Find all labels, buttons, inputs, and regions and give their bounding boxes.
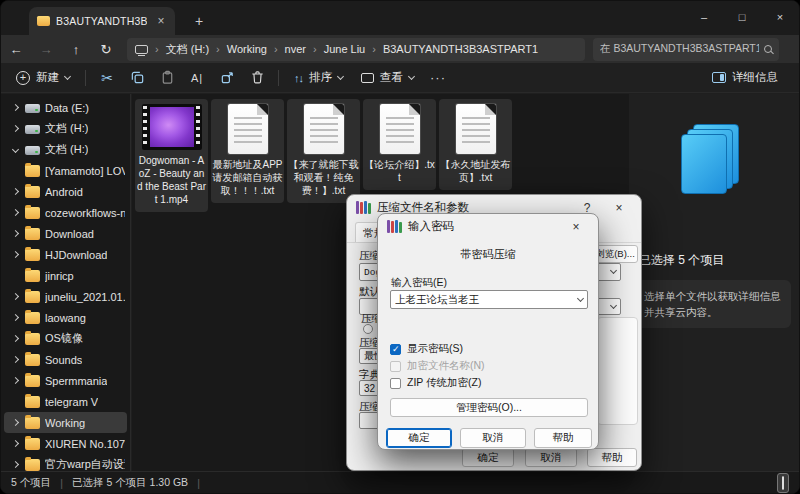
expand-chevron-icon[interactable] <box>12 314 19 321</box>
paste-button[interactable] <box>152 65 182 91</box>
sidebar-item[interactable]: [Yamamoto] LOV <box>4 160 127 181</box>
checkbox-label: 加密文件名称(N) <box>407 359 485 373</box>
sidebar-item[interactable]: Sounds <box>4 349 127 370</box>
details-hint: 选择单个文件以获取详细信息并共享云内容。 <box>635 280 791 328</box>
maximize-button[interactable]: □ <box>723 1 761 33</box>
expand-chevron-icon[interactable] <box>12 335 19 342</box>
search-icon[interactable] <box>764 45 772 53</box>
sidebar-item[interactable]: XIUREN No.1078 <box>4 433 127 454</box>
expand-chevron-icon[interactable] <box>12 377 19 384</box>
delete-button[interactable] <box>242 65 272 91</box>
breadcrumb-item[interactable]: › B3AUTYANDTH3B3ASTPART1 <box>372 43 538 55</box>
sidebar-item[interactable]: Data (E:) <box>4 97 127 118</box>
expand-chevron-icon[interactable] <box>12 125 19 132</box>
password-dialog-titlebar[interactable]: 输入密码 × <box>378 214 598 239</box>
close-icon[interactable]: × <box>563 220 589 234</box>
sidebar-item[interactable]: jinricp <box>4 265 127 286</box>
sidebar-item[interactable]: laowang <box>4 307 127 328</box>
close-button[interactable]: × <box>761 1 799 33</box>
password-ok-button[interactable]: 确定 <box>386 428 452 448</box>
expand-chevron-icon[interactable] <box>12 251 19 258</box>
cut-button[interactable]: ✂ <box>92 65 122 91</box>
drive-icon <box>25 146 40 155</box>
sidebar-item[interactable]: Spermmania <box>4 370 127 391</box>
option-checkbox[interactable]: ZIP 传统加密(Z) <box>390 375 485 391</box>
sidebar-item[interactable]: Working <box>4 412 127 433</box>
password-cancel-button[interactable]: 取消 <box>460 428 526 448</box>
sidebar-item[interactable]: Android <box>4 181 127 202</box>
breadcrumb-item[interactable]: › 文档 (H:) <box>155 42 209 57</box>
breadcrumb[interactable]: › 文档 (H:) › Working › nver › <box>127 38 585 61</box>
password-help-button[interactable]: 帮助 <box>534 428 592 448</box>
expand-chevron-icon[interactable] <box>12 188 19 195</box>
sort-button[interactable]: ↑↓ 排序 <box>285 65 352 91</box>
breadcrumb-item[interactable]: › nver <box>274 43 306 55</box>
thumbnail-view-button[interactable] <box>777 473 789 493</box>
view-button[interactable]: 查看 <box>352 65 423 91</box>
checkbox-icon[interactable] <box>390 361 401 372</box>
option-checkbox[interactable]: 加密文件名称(N) <box>390 358 485 374</box>
expand-chevron-icon[interactable] <box>12 104 19 111</box>
explorer-tab[interactable]: B3AUTYANDTH3B3ASTPART1 × <box>29 7 175 35</box>
chevron-down-icon[interactable] <box>610 301 617 308</box>
sidebar-item[interactable]: OS镜像 <box>4 328 127 349</box>
tab-close-icon[interactable]: × <box>153 14 169 28</box>
back-button[interactable]: ← <box>1 42 31 57</box>
chevron-down-icon[interactable] <box>577 294 584 301</box>
file-tile[interactable]: 【来了就能下载和观看！纯免费！】.txt <box>287 99 360 203</box>
share-button[interactable] <box>212 65 242 91</box>
sidebar-item[interactable]: 官方warp自动设置 <box>4 454 127 471</box>
details-view-button[interactable] <box>763 480 771 486</box>
sidebar-item[interactable]: juneliu_2021.01.0 <box>4 286 127 307</box>
more-options-button[interactable]: ··· <box>423 65 453 91</box>
search-input[interactable]: 在 B3AUTYANDTH3B3ASTPART1 中搜索 <box>600 42 759 56</box>
chevron-down-icon[interactable] <box>610 267 617 274</box>
new-button[interactable]: + 新建 <box>7 65 79 91</box>
file-tile[interactable]: Dogwoman - AoZ - Beauty and the Beast Pa… <box>135 99 208 212</box>
breadcrumb-item[interactable]: › June Liu <box>313 43 365 55</box>
expand-chevron-icon[interactable] <box>12 209 19 216</box>
up-button[interactable]: ↑ <box>61 42 91 57</box>
sidebar-item[interactable]: cozeworkflows-n <box>4 202 127 223</box>
expand-chevron-icon[interactable] <box>12 440 19 447</box>
drive-icon <box>25 125 40 134</box>
manage-passwords-button[interactable]: 管理密码(O)... <box>390 398 588 417</box>
breadcrumb-item[interactable]: › Working <box>216 43 267 55</box>
expand-chevron-icon[interactable] <box>12 356 19 363</box>
sidebar-item[interactable]: 文档 (H:) <box>4 118 127 139</box>
expand-chevron-icon[interactable] <box>12 293 19 300</box>
password-dialog-title: 输入密码 <box>408 219 454 234</box>
details-pane-toggle[interactable]: 详细信息 <box>703 65 787 91</box>
expand-chevron-icon[interactable] <box>12 461 19 468</box>
forward-button[interactable]: → <box>31 42 61 57</box>
expand-chevron-icon[interactable] <box>12 230 19 237</box>
explorer-window: B3AUTYANDTH3B3ASTPART1 × + – □ × ← → ↑ ↻… <box>0 0 800 494</box>
this-pc-icon[interactable] <box>135 45 148 54</box>
rename-button[interactable]: A| <box>182 65 212 91</box>
expand-chevron-icon[interactable] <box>12 146 19 153</box>
sidebar-item[interactable]: 文档 (H:) <box>4 139 127 160</box>
file-tile[interactable]: 【永久地址发布页】.txt <box>439 99 512 190</box>
checkbox-icon[interactable] <box>390 378 401 389</box>
refresh-button[interactable]: ↻ <box>91 42 121 57</box>
sidebar-item[interactable]: telegram V <box>4 391 127 412</box>
expand-chevron-icon[interactable] <box>12 419 19 426</box>
sidebar-item[interactable]: HJDownload <box>4 244 127 265</box>
checkbox-icon[interactable] <box>390 344 401 355</box>
file-tile[interactable]: 【论坛介绍】.txt <box>363 99 436 190</box>
close-icon[interactable]: × <box>606 201 632 215</box>
sidebar-item-label: XIUREN No.1078 <box>45 438 125 450</box>
file-tile[interactable]: 最新地址及APP请发邮箱自动获取！！！.txt <box>211 99 284 203</box>
new-tab-button[interactable]: + <box>189 13 209 29</box>
sidebar-item[interactable]: Download <box>4 223 127 244</box>
copy-button[interactable] <box>122 65 152 91</box>
password-input[interactable]: 上老王论坛当老王 <box>390 290 588 309</box>
rar-help-button[interactable]: 帮助 <box>587 448 637 467</box>
search-box[interactable]: 在 B3AUTYANDTH3B3ASTPART1 中搜索 <box>593 38 779 61</box>
minimize-button[interactable]: – <box>685 1 723 33</box>
option-checkbox[interactable]: 显示密码(S) <box>390 341 485 357</box>
radio-icon[interactable] <box>363 324 373 334</box>
rar-ok-button[interactable]: 确定 <box>462 448 514 467</box>
rar-cancel-button[interactable]: 取消 <box>525 448 577 467</box>
file-name: 最新地址及APP请发邮箱自动获取！！！.txt <box>212 158 283 197</box>
